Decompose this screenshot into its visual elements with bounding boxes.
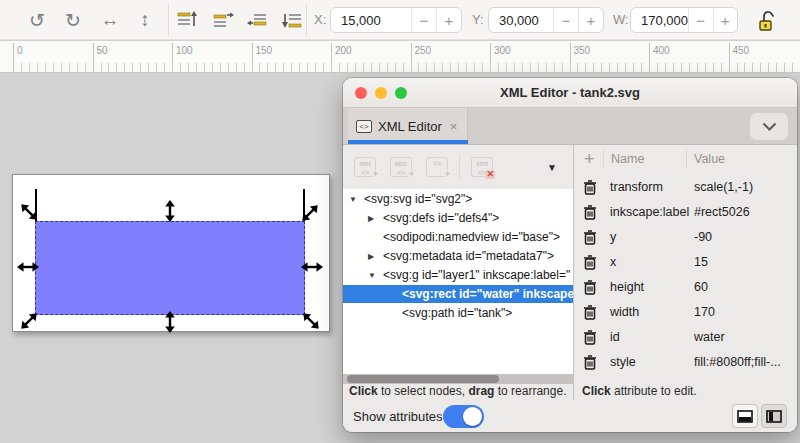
flip-vertical-icon[interactable]: ↕ (130, 0, 160, 40)
attribute-name[interactable]: transform (610, 180, 663, 194)
show-attributes-toggle[interactable] (443, 405, 484, 428)
scale-handle-right[interactable] (301, 261, 323, 273)
w-increment-button[interactable]: + (713, 8, 738, 32)
toggle-knob[interactable] (463, 407, 482, 426)
duplicate-node-button[interactable]: <>+ (423, 153, 451, 181)
new-element-node-button[interactable]: xml<>+ (351, 153, 379, 181)
x-input[interactable]: 15,000 − + (330, 7, 462, 33)
raise-button[interactable] (211, 9, 235, 31)
tree-node[interactable]: ▼<svg:g id="layer1" inkscape:label=" (343, 266, 573, 284)
attribute-value[interactable]: 60 (694, 280, 708, 294)
scale-handle-left[interactable] (17, 261, 39, 273)
window-close-button[interactable] (355, 87, 367, 99)
w-input[interactable]: 170,000 − + (630, 7, 738, 33)
delete-attribute-button[interactable] (583, 305, 597, 320)
y-increment-button[interactable]: + (578, 8, 603, 32)
ruler-label: 150 (256, 45, 273, 56)
node-menu-dropdown-icon[interactable]: ▼ (547, 162, 557, 173)
delete-attribute-button[interactable] (583, 205, 597, 220)
window-titlebar[interactable]: XML Editor - tank2.svg (343, 78, 797, 108)
scale-handle-bottom[interactable] (164, 311, 176, 333)
attribute-row[interactable]: idwater (574, 325, 797, 350)
tree-node[interactable]: ▼<svg:svg id="svg2"> (343, 190, 573, 208)
y-decrement-button[interactable]: − (553, 8, 578, 32)
tab-close-icon[interactable]: × (450, 119, 458, 134)
expander-open-icon[interactable]: ▼ (349, 195, 364, 204)
window-zoom-button[interactable] (395, 87, 407, 99)
x-increment-button[interactable]: + (436, 8, 461, 32)
attribute-name[interactable]: id (610, 330, 620, 344)
w-decrement-button[interactable]: − (688, 8, 713, 32)
tree-node[interactable]: <svg:rect id="water" inkscape:la (343, 285, 573, 303)
attribute-value[interactable]: #rect5026 (694, 205, 750, 219)
lock-ratio-icon[interactable] (756, 8, 780, 34)
delete-attribute-button[interactable] (583, 255, 597, 270)
rotate-ccw-icon[interactable]: ↺ (22, 0, 52, 40)
delete-attribute-button[interactable] (583, 280, 597, 295)
badge: ✕ (485, 170, 495, 179)
tab-xml-editor[interactable]: <> XML Editor × (348, 108, 468, 144)
delete-attribute-button[interactable] (583, 230, 597, 245)
tree-node[interactable]: <sodipodi:namedview id="base"> (343, 228, 573, 246)
attribute-row[interactable]: height60 (574, 275, 797, 300)
xml-tree[interactable]: ▼<svg:svg id="svg2">▶<svg:defs id="defs4… (343, 189, 573, 374)
tree-node[interactable]: ▶<svg:metadata id="metadata7"> (343, 247, 573, 265)
ruler-tick-minor (323, 63, 324, 72)
expander-closed-icon[interactable]: ▶ (368, 252, 383, 261)
attribute-value[interactable]: water (694, 330, 725, 344)
ruler-tick-minor (474, 63, 475, 72)
scrollbar-thumb[interactable] (347, 375, 499, 383)
window-minimize-button[interactable] (375, 87, 387, 99)
expander-closed-icon[interactable]: ▶ (368, 214, 383, 223)
attribute-name[interactable]: width (610, 305, 639, 319)
attribute-name[interactable]: height (610, 280, 644, 294)
ruler-tick-minor (577, 63, 578, 72)
add-attribute-button[interactable]: + (584, 149, 595, 170)
x-decrement-button[interactable]: − (411, 8, 436, 32)
tree-node[interactable]: <svg:path id="tank"> (343, 304, 573, 322)
w-value[interactable]: 170,000 (631, 13, 688, 28)
ruler-tick-minor (140, 63, 141, 72)
delete-attribute-button[interactable] (583, 330, 597, 345)
scale-handle-top[interactable] (164, 200, 176, 222)
attribute-row[interactable]: stylefill:#8080ff;fill-... (574, 350, 797, 375)
attribute-value[interactable]: fill:#8080ff;fill-... (694, 355, 781, 369)
attribute-value[interactable]: 15 (694, 255, 708, 269)
attribute-name[interactable]: y (610, 230, 616, 244)
attribute-row[interactable]: width170 (574, 300, 797, 325)
attribute-value[interactable]: -90 (694, 230, 712, 244)
flip-horizontal-icon[interactable]: ↔ (95, 0, 125, 40)
y-value[interactable]: 30,000 (489, 13, 553, 28)
tree-horizontal-scrollbar[interactable] (343, 374, 573, 384)
lower-button[interactable] (246, 9, 270, 31)
delete-node-button[interactable]: xml<>✕ (468, 153, 496, 181)
x-value[interactable]: 15,000 (331, 13, 411, 28)
horizontal-ruler[interactable]: 050100150200250300350400450 (0, 41, 800, 73)
ruler-tick-minor (220, 63, 221, 72)
attribute-row[interactable]: x15 (574, 250, 797, 275)
attribute-name[interactable]: style (610, 355, 636, 369)
rotate-cw-icon[interactable]: ↻ (58, 0, 88, 40)
panel-menu-chevron-button[interactable] (750, 113, 788, 140)
layout-horizontal-split-button[interactable] (732, 404, 758, 428)
attribute-row[interactable]: inkscape:label#rect5026 (574, 200, 797, 225)
new-text-node-button[interactable]: abc<>+ (387, 153, 415, 181)
attribute-row[interactable]: transformscale(1,-1) (574, 175, 797, 200)
expander-open-icon[interactable]: ▼ (368, 271, 383, 280)
layout-vertical-split-button[interactable] (761, 404, 787, 428)
delete-attribute-button[interactable] (583, 355, 597, 370)
water-rect[interactable] (35, 221, 305, 315)
raise-to-top-button[interactable] (175, 9, 199, 31)
attribute-value[interactable]: 170 (694, 305, 715, 319)
ruler-tick-minor (283, 63, 284, 72)
attribute-row[interactable]: y-90 (574, 225, 797, 250)
attribute-value[interactable]: scale(1,-1) (694, 180, 753, 194)
lower-to-bottom-button[interactable] (281, 9, 305, 31)
attribute-name[interactable]: x (610, 255, 616, 269)
delete-attribute-button[interactable] (583, 180, 597, 195)
tree-node-label: <svg:g id="layer1" inkscape:label=" (383, 268, 570, 282)
ruler-tick-minor (633, 63, 634, 72)
y-input[interactable]: 30,000 − + (488, 7, 604, 33)
tree-node[interactable]: ▶<svg:defs id="defs4"> (343, 209, 573, 227)
attribute-name[interactable]: inkscape:label (610, 205, 689, 219)
